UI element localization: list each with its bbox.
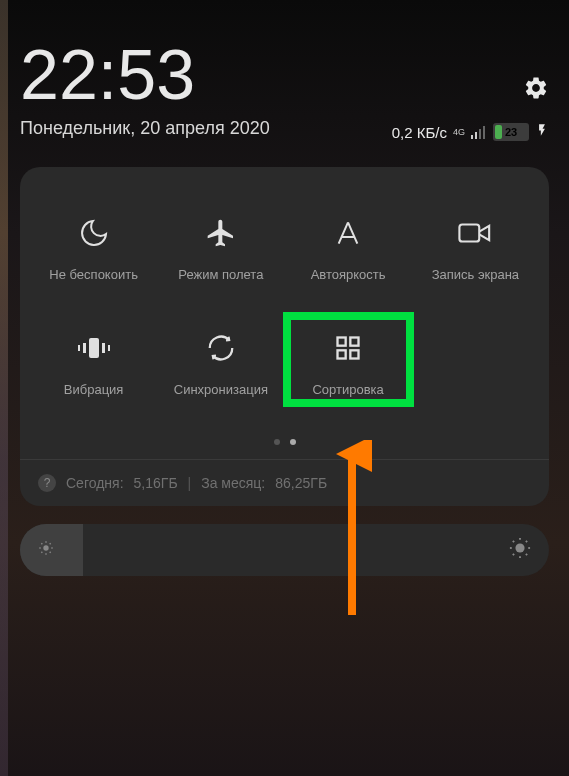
svg-line-30 bbox=[513, 554, 514, 555]
svg-rect-5 bbox=[89, 338, 99, 358]
tile-label: Синхронизация bbox=[174, 382, 268, 397]
svg-line-22 bbox=[50, 543, 51, 544]
brightness-low-icon bbox=[38, 540, 54, 560]
usage-month-label: За месяц: bbox=[201, 475, 265, 491]
usage-month-value: 86,25ГБ bbox=[275, 475, 327, 491]
tile-label: Автояркость bbox=[311, 267, 386, 282]
video-icon bbox=[458, 213, 492, 253]
help-icon: ? bbox=[38, 474, 56, 492]
network-type: 4G bbox=[453, 128, 465, 137]
svg-rect-2 bbox=[479, 129, 481, 139]
settings-icon[interactable] bbox=[523, 75, 549, 101]
tile-label: Не беспокоить bbox=[49, 267, 138, 282]
svg-point-14 bbox=[43, 545, 48, 550]
svg-rect-4 bbox=[460, 225, 480, 242]
svg-line-31 bbox=[526, 541, 527, 542]
page-dot bbox=[274, 439, 280, 445]
charging-icon bbox=[535, 121, 549, 143]
tile-sync[interactable]: Синхронизация bbox=[157, 320, 284, 405]
airplane-icon bbox=[205, 213, 237, 253]
tile-airplane-mode[interactable]: Режим полета bbox=[157, 205, 284, 290]
svg-rect-1 bbox=[475, 132, 477, 139]
signal-icon bbox=[471, 125, 487, 139]
vibrate-icon bbox=[77, 328, 111, 368]
svg-rect-7 bbox=[78, 345, 80, 351]
tile-label: Режим полета bbox=[178, 267, 263, 282]
data-rate: 0,2 КБ/с bbox=[392, 124, 447, 141]
brightness-slider[interactable] bbox=[20, 524, 549, 576]
battery-indicator: 23 bbox=[493, 123, 529, 141]
status-bar: 22:53 Понедельник, 20 апреля 2020 0,2 КБ… bbox=[20, 0, 549, 143]
page-indicator[interactable] bbox=[20, 439, 549, 459]
usage-today-label: Сегодня: bbox=[66, 475, 124, 491]
svg-line-28 bbox=[513, 541, 514, 542]
svg-line-21 bbox=[41, 552, 42, 553]
svg-rect-6 bbox=[83, 343, 86, 353]
date: Понедельник, 20 апреля 2020 bbox=[20, 118, 270, 139]
page-dot-active bbox=[290, 439, 296, 445]
sync-icon bbox=[206, 328, 236, 368]
quick-settings-panel: Не беспокоить Режим полета Автояркость З… bbox=[20, 167, 549, 506]
svg-line-19 bbox=[41, 543, 42, 544]
brightness-high-icon bbox=[509, 537, 531, 563]
clock: 22:53 bbox=[20, 40, 270, 110]
svg-rect-8 bbox=[102, 343, 105, 353]
tile-label: Вибрация bbox=[64, 382, 124, 397]
usage-today-value: 5,16ГБ bbox=[134, 475, 178, 491]
svg-point-23 bbox=[515, 543, 524, 552]
svg-line-20 bbox=[50, 552, 51, 553]
auto-brightness-icon bbox=[332, 213, 364, 253]
svg-rect-9 bbox=[108, 345, 110, 351]
data-usage-bar[interactable]: ? Сегодня: 5,16ГБ | За месяц: 86,25ГБ bbox=[20, 459, 549, 506]
tile-auto-brightness[interactable]: Автояркость bbox=[285, 205, 412, 290]
svg-rect-0 bbox=[471, 135, 473, 139]
svg-line-29 bbox=[526, 554, 527, 555]
tile-label: Запись экрана bbox=[432, 267, 519, 282]
svg-rect-3 bbox=[483, 126, 485, 139]
annotation-highlight bbox=[283, 312, 414, 407]
moon-icon bbox=[78, 213, 110, 253]
tile-screen-record[interactable]: Запись экрана bbox=[412, 205, 539, 290]
tile-vibration[interactable]: Вибрация bbox=[30, 320, 157, 405]
tile-sort[interactable]: Сортировка bbox=[285, 320, 412, 405]
tile-do-not-disturb[interactable]: Не беспокоить bbox=[30, 205, 157, 290]
